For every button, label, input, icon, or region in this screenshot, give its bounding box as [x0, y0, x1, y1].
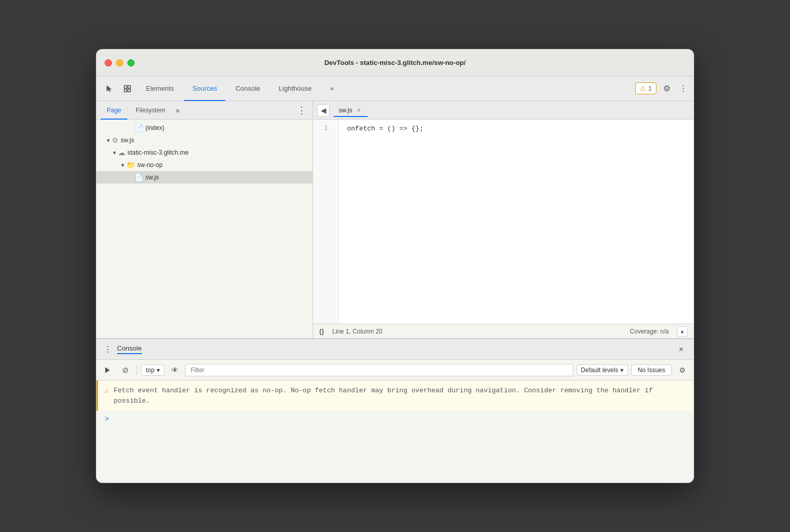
tree-arrow-folder: ▼ — [119, 162, 126, 168]
default-levels-button[interactable]: Default levels ▾ — [577, 364, 628, 376]
warning-badge[interactable]: ⚠ 1 — [635, 82, 656, 94]
warning-text: Fetch event handler is recognized as no-… — [113, 386, 687, 406]
cursor-icon[interactable] — [101, 80, 117, 97]
panel-tabs: Page Filesystem » ⋮ — [96, 101, 312, 120]
folder-icon: 📁 — [126, 161, 135, 169]
console-prompt[interactable]: > — [96, 411, 694, 427]
warning-message: ⚠ Fetch event handler is recognized as n… — [96, 380, 694, 411]
cursor-position[interactable]: Line 1, Column 20 — [332, 328, 382, 335]
console-toolbar: ⊘ top ▾ 👁 Default levels ▾ No Issues ⚙ — [96, 360, 694, 380]
svg-rect-2 — [124, 89, 127, 92]
svg-rect-5 — [105, 368, 106, 373]
tree-arrow-domain: ▼ — [111, 150, 118, 156]
console-area: ⋮ Console × ⊘ top ▾ — [96, 338, 694, 483]
coverage-status: Coverage: n/a — [630, 328, 669, 335]
svg-marker-4 — [106, 368, 110, 373]
main-area: Page Filesystem » ⋮ 📄 — [96, 101, 694, 338]
levels-arrow-icon: ▾ — [620, 367, 623, 374]
traffic-lights — [105, 59, 135, 66]
code-content[interactable]: onfetch = () => {}; — [339, 120, 694, 324]
main-tabbar: Elements Sources Console Lighthouse » ⚠ … — [96, 76, 694, 101]
no-issues-button[interactable]: No Issues — [631, 364, 672, 376]
tree-item-sw-js-file[interactable]: 📄 sw.js — [96, 171, 312, 184]
clear-console-button[interactable]: ⊘ — [118, 363, 133, 377]
tree-item-index[interactable]: 📄 (index) — [96, 122, 312, 134]
line-number-1: 1 — [313, 124, 332, 134]
status-bar: {} Line 1, Column 20 Coverage: n/a ▲ — [313, 324, 694, 338]
editor-file-tab[interactable]: sw.js × — [334, 105, 368, 117]
left-panel: Page Filesystem » ⋮ 📄 — [96, 101, 313, 338]
tab-page[interactable]: Page — [101, 102, 127, 120]
tab-filesystem[interactable]: Filesystem — [129, 102, 171, 120]
editor-tabs: ◀ sw.js × — [313, 101, 694, 120]
tab-elements[interactable]: Elements — [138, 77, 182, 101]
tree-item-sw-js-root[interactable]: ▼ ⚙ sw.js — [96, 134, 312, 146]
console-title: Console — [117, 344, 142, 354]
panel-tab-more[interactable]: » — [173, 106, 182, 114]
tree-arrow-sw-js-root: ▼ — [105, 138, 112, 143]
warning-icon: ⚠ — [640, 85, 646, 92]
cloud-icon: ☁ — [118, 148, 125, 157]
tree-item-folder[interactable]: ▼ 📁 sw-no-op — [96, 159, 312, 171]
js-file-icon: 📄 — [135, 173, 143, 181]
live-expressions-button[interactable]: 👁 — [168, 363, 182, 377]
panel-options-button[interactable]: ⋮ — [295, 105, 308, 116]
code-line-1: onfetch = () => {}; — [347, 124, 685, 135]
maximize-button[interactable] — [127, 59, 135, 66]
prompt-chevron-icon: > — [105, 415, 109, 423]
console-filter-input[interactable] — [185, 364, 573, 376]
dropdown-arrow-icon: ▾ — [157, 367, 160, 374]
editor-tab-close-button[interactable]: × — [355, 107, 363, 114]
console-close-button[interactable]: × — [675, 343, 687, 356]
file-tree: 📄 (index) ▼ ⚙ sw.js ▼ ☁ static-misc-3.gl… — [96, 120, 312, 338]
svg-rect-1 — [128, 86, 130, 88]
preserve-log-button[interactable] — [101, 363, 115, 377]
editor-panel: ◀ sw.js × 1 onfetch = () => {}; — [313, 101, 694, 338]
svg-rect-3 — [128, 89, 130, 92]
minimize-button[interactable] — [116, 59, 123, 66]
devtools-window: DevTools - static-misc-3.glitch.me/sw-no… — [96, 49, 694, 483]
tab-sources[interactable]: Sources — [184, 77, 225, 101]
tab-console[interactable]: Console — [227, 77, 269, 101]
scroll-top-button[interactable]: ▲ — [677, 326, 687, 337]
console-messages: ⚠ Fetch event handler is recognized as n… — [96, 380, 694, 483]
tabbar-right: ⚠ 1 ⚙ ⋮ — [635, 80, 689, 97]
console-settings-button[interactable]: ⚙ — [675, 363, 689, 377]
close-button[interactable] — [105, 59, 112, 66]
context-selector[interactable]: top ▾ — [141, 364, 164, 376]
titlebar: DevTools - static-misc-3.glitch.me/sw-no… — [96, 49, 694, 76]
document-icon: 📄 — [135, 124, 143, 132]
more-options-button[interactable]: ⋮ — [677, 80, 689, 97]
warning-triangle-icon: ⚠ — [104, 386, 108, 395]
tree-item-domain[interactable]: ▼ ☁ static-misc-3.glitch.me — [96, 146, 312, 159]
inspect-icon[interactable] — [119, 80, 136, 97]
code-editor[interactable]: 1 onfetch = () => {}; — [313, 120, 694, 324]
svg-rect-0 — [124, 86, 127, 88]
line-numbers: 1 — [313, 120, 339, 324]
tab-lighthouse[interactable]: Lighthouse — [271, 77, 320, 101]
editor-back-button[interactable]: ◀ — [317, 104, 330, 117]
toolbar-divider — [137, 365, 137, 375]
format-button[interactable]: {} — [319, 328, 324, 335]
console-options-button[interactable]: ⋮ — [103, 344, 113, 355]
console-header: ⋮ Console × — [96, 339, 694, 360]
window-title: DevTools - static-misc-3.glitch.me/sw-no… — [324, 59, 466, 66]
settings-button[interactable]: ⚙ — [659, 80, 675, 97]
tab-more[interactable]: » — [322, 77, 342, 101]
gear-file-icon: ⚙ — [112, 136, 119, 144]
